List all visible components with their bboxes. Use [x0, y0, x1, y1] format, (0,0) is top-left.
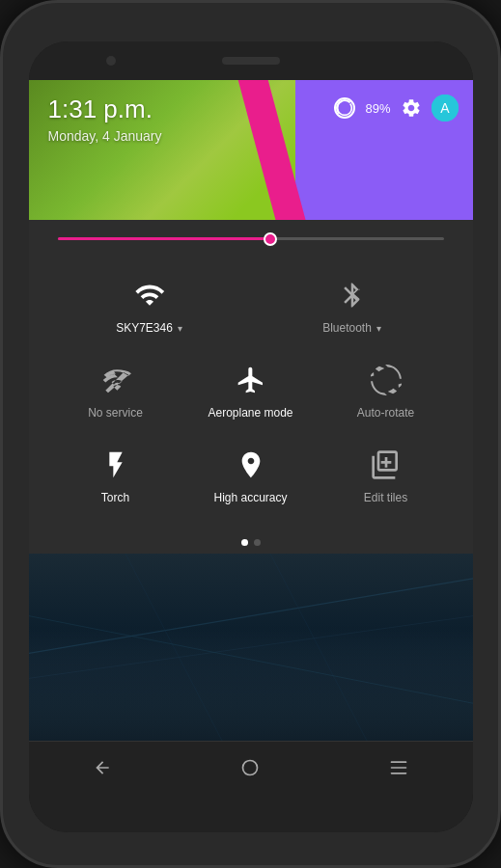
auto-rotate-tile[interactable]: Auto-rotate: [338, 352, 434, 429]
torch-label: Torch: [101, 491, 129, 504]
wifi-bluetooth-row: SKY7E346 ▾ Bluet: [48, 267, 454, 344]
no-service-label: No service: [88, 406, 143, 420]
row3: Torch High accuracy: [48, 437, 454, 514]
aeroplane-label: Aeroplane mode: [208, 406, 292, 420]
svg-line-6: [270, 554, 367, 741]
home-button[interactable]: [226, 748, 274, 787]
bluetooth-chevron-icon: ▾: [376, 323, 381, 334]
high-accuracy-tile[interactable]: High accuracy: [203, 437, 299, 514]
wallpaper-area: [29, 554, 473, 741]
wifi-chevron-icon: ▾: [178, 323, 182, 334]
aeroplane-tile[interactable]: Aeroplane mode: [203, 352, 299, 429]
phone-outer: 1:31 p.m. Monday, 4 January 89%: [0, 0, 501, 868]
svg-point-0: [338, 101, 352, 116]
edit-tiles-label: Edit tiles: [364, 491, 407, 504]
menu-button[interactable]: [375, 748, 423, 787]
bluetooth-icon: [334, 277, 371, 313]
phone-inner: 1:31 p.m. Monday, 4 January 89%: [29, 41, 473, 832]
no-service-icon: [97, 362, 134, 398]
widget-date: Monday, 4 January: [48, 128, 454, 144]
screen: 1:31 p.m. Monday, 4 January 89%: [29, 80, 473, 794]
camera-dot: [106, 56, 116, 66]
svg-text:A: A: [440, 100, 450, 116]
widget-top-right: 89% A: [334, 95, 458, 122]
wifi-ssid-label: SKY7E346: [116, 321, 173, 335]
bluetooth-label: Bluetooth: [322, 321, 372, 335]
back-button[interactable]: [78, 748, 126, 787]
wifi-tile[interactable]: SKY7E346 ▾: [53, 267, 246, 344]
edit-tiles-tile[interactable]: Edit tiles: [338, 437, 434, 514]
avatar-circle[interactable]: A: [431, 95, 459, 122]
svg-point-8: [243, 761, 258, 775]
svg-line-3: [29, 579, 473, 654]
bottom-bar: [29, 794, 473, 832]
brightness-thumb: [264, 232, 277, 246]
auto-rotate-icon: [368, 362, 404, 398]
settings-icon[interactable]: [401, 97, 422, 119]
speaker-grill: [222, 57, 280, 65]
torch-tile[interactable]: Torch: [68, 437, 164, 514]
svg-line-4: [29, 616, 473, 679]
bottom-nav: [29, 741, 473, 794]
widget-area: 1:31 p.m. Monday, 4 January 89%: [29, 80, 473, 220]
row2: No service Aeroplane mode: [48, 352, 454, 429]
high-accuracy-label: High accuracy: [213, 491, 287, 504]
svg-rect-9: [390, 761, 406, 763]
dot-1: [241, 539, 248, 546]
bluetooth-tile[interactable]: Bluetooth ▾: [256, 267, 449, 344]
svg-rect-11: [390, 773, 406, 774]
dot-2: [254, 539, 261, 546]
battery-percent: 89%: [365, 101, 390, 116]
no-service-tile[interactable]: No service: [68, 352, 164, 429]
bluetooth-label-row: Bluetooth ▾: [322, 321, 381, 335]
svg-line-5: [125, 554, 222, 741]
torch-icon: [97, 447, 134, 483]
page-dots: [29, 531, 473, 554]
svg-line-7: [29, 616, 473, 704]
top-bar: [29, 41, 473, 80]
battery-circle: [334, 97, 355, 119]
svg-rect-10: [390, 767, 406, 769]
brightness-row: [29, 220, 473, 258]
quick-settings-panel: SKY7E346 ▾ Bluet: [29, 220, 473, 794]
brightness-slider[interactable]: [58, 237, 444, 240]
brightness-track: [58, 237, 270, 240]
wifi-label-row: SKY7E346 ▾: [116, 321, 182, 335]
auto-rotate-label: Auto-rotate: [357, 406, 414, 420]
location-icon: [233, 447, 269, 483]
wifi-icon: [131, 277, 168, 313]
aeroplane-icon: [233, 362, 269, 398]
edit-tiles-icon: [368, 447, 404, 483]
tiles-section: SKY7E346 ▾ Bluet: [29, 258, 473, 531]
